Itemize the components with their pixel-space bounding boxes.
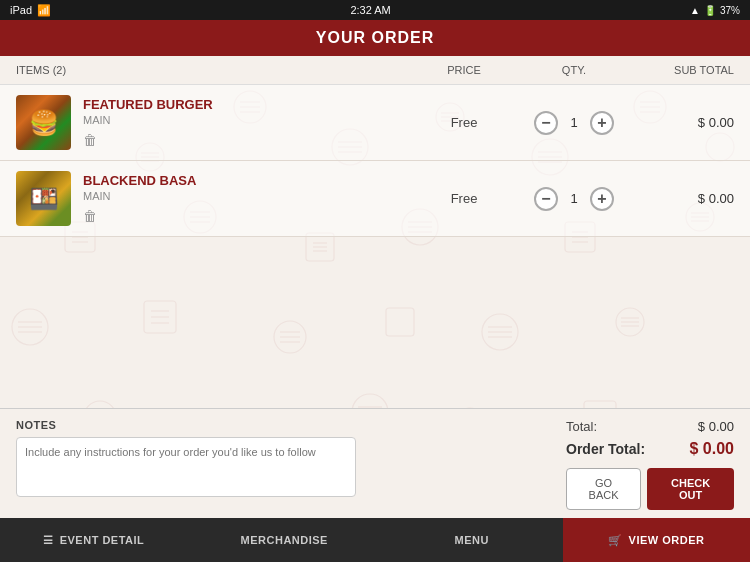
order-total-row: Order Total: $ 0.00: [566, 440, 734, 458]
col-subtotal-header: SUB TOTAL: [634, 64, 734, 76]
table-row: 🍱 BLACKEND BASA MAIN 🗑 Free − 1 + $ 0.00: [0, 161, 750, 237]
bottom-section: NOTES Total: $ 0.00 Order Total: $ 0.00 …: [0, 408, 750, 518]
burger-image: 🍔: [16, 95, 71, 150]
col-price-header: PRICE: [414, 64, 514, 76]
fish-image: 🍱: [16, 171, 71, 226]
item-image-1: 🍔: [16, 95, 71, 150]
item-info-2: 🍱 BLACKEND BASA MAIN 🗑: [16, 171, 414, 226]
action-buttons: GO BACK CHECK OUT: [566, 468, 734, 510]
qty-decrease-2[interactable]: −: [534, 187, 558, 211]
qty-increase-2[interactable]: +: [590, 187, 614, 211]
status-time: 2:32 AM: [350, 4, 390, 16]
signal-icon: ▲: [690, 5, 700, 16]
order-total-value: $ 0.00: [690, 440, 734, 458]
delete-item-1-icon[interactable]: 🗑: [83, 132, 213, 148]
delete-item-2-icon[interactable]: 🗑: [83, 208, 196, 224]
go-back-button[interactable]: GO BACK: [566, 468, 641, 510]
page-title: YOUR ORDER: [316, 29, 434, 47]
nav-label-menu: MENU: [455, 534, 489, 546]
nav-item-merchandise[interactable]: MERCHANDISE: [188, 518, 376, 562]
page-header: YOUR ORDER: [0, 20, 750, 56]
main-content: ITEMS (2) PRICE QTY. SUB TOTAL 🍔 FEATURE…: [0, 56, 750, 518]
notes-label: NOTES: [16, 419, 534, 431]
table-row: 🍔 FEATURED BURGER MAIN 🗑 Free − 1 + $ 0.…: [0, 85, 750, 161]
cart-icon: 🛒: [608, 534, 623, 547]
battery-level: 37%: [720, 5, 740, 16]
qty-value-2: 1: [566, 191, 582, 206]
bottom-nav: ☰ EVENT DETAIL MERCHANDISE MENU 🛒 VIEW O…: [0, 518, 750, 562]
item-name-2: BLACKEND BASA: [83, 173, 196, 188]
status-bar: iPad 📶 2:32 AM ▲ 🔋 37%: [0, 0, 750, 20]
qty-decrease-1[interactable]: −: [534, 111, 558, 135]
total-label: Total:: [566, 419, 597, 434]
device-label: iPad: [10, 4, 32, 16]
total-row: Total: $ 0.00: [566, 419, 734, 434]
totals-section: Total: $ 0.00 Order Total: $ 0.00 GO BAC…: [550, 409, 750, 518]
status-left: iPad 📶: [10, 4, 51, 17]
item-category-1: MAIN: [83, 114, 213, 126]
nav-item-view-order[interactable]: 🛒 VIEW ORDER: [563, 518, 751, 562]
item-subtotal-1: $ 0.00: [634, 115, 734, 130]
item-image-2: 🍱: [16, 171, 71, 226]
item-info-1: 🍔 FEATURED BURGER MAIN 🗑: [16, 95, 414, 150]
checkout-button[interactable]: CHECK OUT: [647, 468, 734, 510]
qty-control-2: − 1 +: [514, 187, 634, 211]
battery-icon: 🔋: [704, 5, 716, 16]
column-headers: ITEMS (2) PRICE QTY. SUB TOTAL: [0, 56, 750, 85]
nav-item-menu[interactable]: MENU: [375, 518, 563, 562]
item-details-1: FEATURED BURGER MAIN 🗑: [83, 97, 213, 148]
item-category-2: MAIN: [83, 190, 196, 202]
item-price-1: Free: [414, 115, 514, 130]
status-right: ▲ 🔋 37%: [690, 5, 740, 16]
nav-label-view-order: VIEW ORDER: [629, 534, 705, 546]
order-items-list: 🍔 FEATURED BURGER MAIN 🗑 Free − 1 + $ 0.…: [0, 85, 750, 408]
col-items-header: ITEMS (2): [16, 64, 414, 76]
nav-item-event-detail[interactable]: ☰ EVENT DETAIL: [0, 518, 188, 562]
total-value: $ 0.00: [698, 419, 734, 434]
item-subtotal-2: $ 0.00: [634, 191, 734, 206]
col-qty-header: QTY.: [514, 64, 634, 76]
notes-section: NOTES: [0, 409, 550, 518]
qty-increase-1[interactable]: +: [590, 111, 614, 135]
hamburger-icon: ☰: [43, 534, 54, 547]
item-price-2: Free: [414, 191, 514, 206]
order-total-label: Order Total:: [566, 441, 645, 457]
notes-input[interactable]: [16, 437, 356, 497]
qty-control-1: − 1 +: [514, 111, 634, 135]
nav-label-event-detail: EVENT DETAIL: [60, 534, 145, 546]
nav-label-merchandise: MERCHANDISE: [241, 534, 328, 546]
wifi-icon: 📶: [37, 4, 51, 17]
item-name-1: FEATURED BURGER: [83, 97, 213, 112]
item-details-2: BLACKEND BASA MAIN 🗑: [83, 173, 196, 224]
qty-value-1: 1: [566, 115, 582, 130]
